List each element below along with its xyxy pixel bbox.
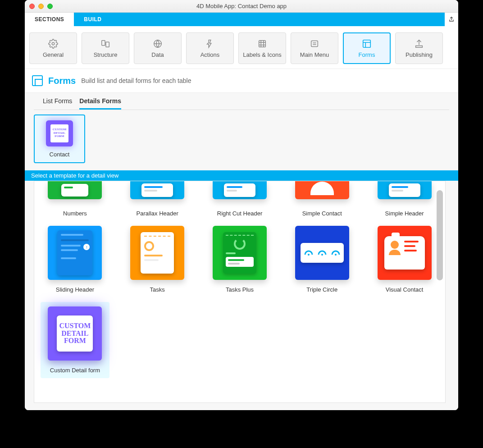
template-label: Sliding Header [56,286,94,293]
section-subtitle: Build list and detail forms for each tab… [81,77,191,84]
template-parallax-header[interactable]: Parallax Header [123,181,192,217]
template-label: Numbers [63,210,87,217]
share-icon [448,16,455,23]
template-right-cut-header[interactable]: Right Cut Header [205,181,274,217]
table-thumb: CUSTOM DETAIL FORM [46,120,73,146]
data-icon [153,39,163,49]
tabbar-spacer [112,13,445,26]
forms-subnav: List Forms Details Forms [34,93,449,110]
subtab-details-forms[interactable]: Details Forms [79,97,121,110]
main-menu-icon [310,39,319,49]
template-label: Triple Circle [306,286,337,293]
template-label: Visual Contact [386,286,424,293]
close-window-button[interactable] [29,4,35,9]
main-tabbar: SECTIONS BUILD [25,13,458,26]
template-tasks-plus[interactable]: Tasks Plus [205,226,274,293]
template-triple-circle[interactable]: Triple Circle [287,226,356,293]
template-visual-contact[interactable]: Visual Contact [370,226,439,293]
svg-point-0 [52,42,55,45]
template-simple-contact[interactable]: Simple Contact [287,181,356,217]
tool-label: Structure [94,51,118,58]
template-label: Tasks Plus [226,286,254,293]
template-numbers[interactable]: Numbers [41,181,109,217]
tool-data[interactable]: Data [134,32,182,64]
tool-label: General [43,51,64,58]
template-label: Simple Contact [302,210,342,217]
window-title: 4D Mobile App: Contact Demo app [29,3,454,9]
tool-label: Publishing [406,51,433,58]
tool-publishing[interactable]: Publishing [395,32,443,64]
subtab-list-forms[interactable]: List Forms [43,97,72,110]
tool-forms[interactable]: Forms [343,32,391,64]
template-custom-detail-form[interactable]: CUSTOM DETAIL FORM Custom Detail form [41,302,109,378]
tool-actions[interactable]: Actions [186,32,234,64]
tool-label: Data [151,51,164,58]
tab-build[interactable]: BUILD [74,13,111,26]
tool-label: Labels & Icons [243,51,281,58]
template-prompt-bar: Select a template for a detail view [25,170,458,181]
svg-rect-5 [311,41,318,46]
svg-point-7 [308,254,310,256]
template-label: Simple Header [385,210,424,217]
svg-rect-4 [259,40,266,47]
gauge-icon [317,247,328,258]
tool-main-menu[interactable]: Main Menu [291,32,338,64]
tables-row: CUSTOM DETAIL FORM Contact [25,110,458,170]
app-window: 4D Mobile App: Contact Demo app SECTIONS… [25,0,458,410]
template-simple-header[interactable]: Simple Header [370,181,439,217]
labels-icons-icon [257,39,267,49]
minimize-window-button[interactable] [38,4,44,9]
svg-rect-2 [106,42,109,47]
template-tasks[interactable]: Tasks [123,226,192,293]
titlebar: 4D Mobile App: Contact Demo app [25,0,458,13]
publishing-icon [414,39,424,49]
gallery-scrollbar[interactable] [437,190,443,280]
actions-icon [205,39,215,49]
svg-rect-1 [102,40,105,45]
tool-labels-icons[interactable]: Labels & Icons [238,32,286,64]
share-button[interactable] [445,13,458,26]
template-label: Parallax Header [137,210,178,217]
template-grid: Numbers Parallax Header [34,181,445,383]
forms-panel: List Forms Details Forms CUSTOM DETAIL F… [25,93,458,410]
table-name: Contact [50,151,70,158]
window-controls [29,4,53,9]
template-label: Right Cut Header [217,210,262,217]
table-card-contact[interactable]: CUSTOM DETAIL FORM Contact [34,114,85,163]
sections-toolbar: General Structure Data Actions Labels & … [25,26,458,69]
svg-point-8 [321,254,323,256]
custom-detail-form-icon: CUSTOM DETAIL FORM [50,124,68,142]
tool-label: Actions [200,51,220,58]
section-header: Forms Build list and detail forms for ea… [25,69,458,93]
gear-icon [48,39,58,49]
structure-icon [100,39,110,49]
zoom-window-button[interactable] [47,4,53,9]
gauge-icon [330,247,341,258]
forms-section-icon [32,75,43,86]
tool-label: Main Menu [300,51,329,58]
tool-general[interactable]: General [29,32,77,64]
template-sliding-header[interactable]: ↕ Sliding Header [41,226,109,293]
tool-label: Forms [359,51,375,58]
section-title: Forms [48,76,76,86]
svg-point-9 [335,254,337,256]
forms-icon [362,39,372,49]
template-gallery: Numbers Parallax Header [34,181,446,403]
tool-structure[interactable]: Structure [82,32,129,64]
template-gallery-wrap: Numbers Parallax Header [25,181,458,410]
template-label: Tasks [150,286,165,293]
svg-rect-6 [363,40,371,47]
tab-sections[interactable]: SECTIONS [25,13,74,26]
template-label: Custom Detail form [50,367,100,374]
gauge-icon [303,247,314,258]
